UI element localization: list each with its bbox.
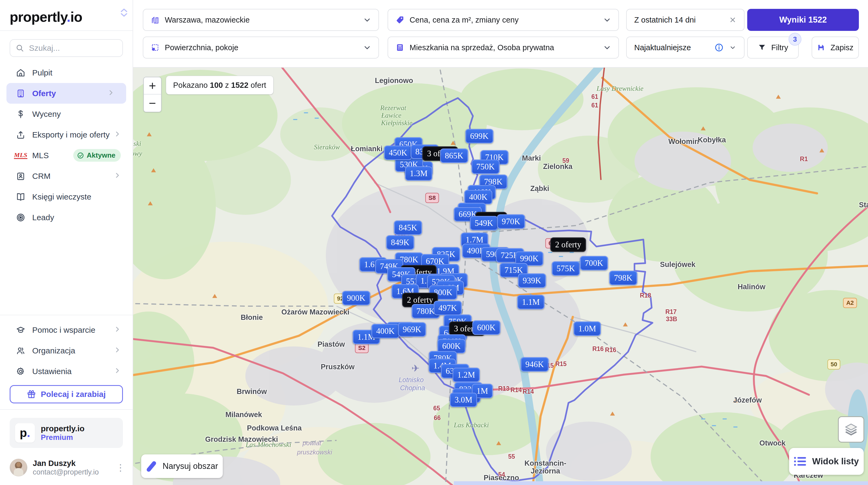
map-price-marker[interactable]: 969K [398, 322, 426, 337]
map-price-marker[interactable]: 849K [386, 235, 414, 250]
filter-chip-2-0[interactable]: Powierzchnia, pokoje [143, 36, 379, 59]
save-button[interactable]: Zapisz [812, 36, 859, 59]
sidebar-item-leady[interactable]: Leady [0, 207, 132, 228]
town-label: Wołomin [668, 138, 699, 146]
route-label: R14 [510, 387, 522, 394]
chevron-down-icon [364, 16, 371, 24]
filter-chip-2-2[interactable]: Najaktualniejsze [626, 36, 745, 59]
status-badge: Aktywne [73, 149, 121, 162]
wetland-mark [701, 418, 705, 420]
user-row[interactable]: Jan Duszyk contact@propertly.io ⋮ [10, 458, 125, 477]
sidebar-item-pomoc-i-wsparcie[interactable]: Pomoc i wsparcie [0, 320, 132, 340]
map-canvas[interactable]: LegionowoŁomiankiWołominKobyłkaMarkiZiel… [132, 67, 868, 485]
divider [0, 30, 132, 31]
filter-chip-1-0[interactable]: Warszawa, mazowieckie [143, 9, 379, 31]
map-price-marker[interactable]: 699K [465, 129, 494, 143]
home-icon [16, 68, 25, 77]
route-label: R16 [592, 345, 603, 353]
filter-chip-label: Cena, cena za m², zmiany ceny [410, 16, 598, 25]
chevron-up-icon [121, 8, 127, 12]
poi-triangle-icon [147, 132, 152, 137]
funnel-icon [758, 43, 766, 52]
sidebar-item-ksi-gi-wieczyste[interactable]: Księgi wieczyste [0, 186, 132, 207]
map-price-marker[interactable]: 400K [464, 190, 493, 204]
map-price-marker[interactable]: 575K [552, 261, 580, 276]
nature-label: dowy [132, 150, 142, 158]
chevron-right-icon [114, 172, 121, 181]
wetland-mark [548, 252, 552, 253]
map-price-marker[interactable]: 900K [342, 291, 370, 305]
sidebar-search[interactable] [10, 39, 123, 57]
map-price-marker[interactable]: 798K [609, 271, 638, 285]
map-price-marker[interactable]: 3.0M [450, 393, 477, 407]
chevron-down-icon [603, 44, 611, 51]
airport-icon: ✈ [411, 363, 420, 374]
town-label: Stara Miłosna [859, 201, 868, 209]
map-price-marker[interactable]: 1.2M [453, 368, 480, 382]
town-label: Łomianki [351, 145, 383, 153]
map-cluster-marker[interactable]: 2 oferty [550, 237, 586, 252]
filter-chip-2-1[interactable]: Mieszkania na sprzedaż, Osoba prywatna [388, 36, 619, 59]
sidebar-nav: PulpitOfertyWycenyEksporty i moje oferty… [0, 62, 132, 228]
sidebar-item-label: Pulpit [32, 68, 52, 77]
map-price-marker[interactable]: 1.1M [517, 295, 545, 309]
sidebar-item-wyceny[interactable]: Wyceny [0, 104, 132, 124]
draw-area-button[interactable]: Narysuj obszar [141, 454, 223, 478]
map-price-marker[interactable]: 939K [518, 273, 546, 288]
search-input[interactable] [28, 43, 110, 53]
map-price-marker[interactable]: 970K [497, 214, 525, 229]
map-price-marker[interactable]: 450K [384, 146, 412, 160]
map-layers-button[interactable] [838, 416, 864, 443]
user-name: Jan Duszyk [33, 459, 99, 468]
users-icon [16, 346, 25, 355]
map-price-marker[interactable]: 549K [470, 216, 498, 231]
results-button[interactable]: Wyniki 1522 [747, 9, 859, 31]
organization-card[interactable]: p. propertly.io Premium [10, 418, 123, 448]
sidebar-item-label: Wyceny [32, 110, 61, 119]
map-price-marker[interactable]: 845K [394, 220, 422, 235]
map-price-marker[interactable]: 400K [371, 324, 400, 338]
town-label: Legionowo [375, 77, 413, 85]
sidebar-item-crm[interactable]: CRM [0, 166, 132, 186]
refer-and-earn-button[interactable]: Polecaj i zarabiaj [10, 385, 123, 403]
sidebar-item-mls[interactable]: MLSMLSAktywne [0, 145, 132, 166]
map-price-marker[interactable]: 1.3M [405, 166, 432, 181]
filters-button[interactable]: Filtry 3 [747, 36, 799, 59]
sidebar-footer-nav: Pomoc i wsparcieOrganizacjaUstawienia [0, 320, 132, 382]
pencil-icon [146, 460, 157, 472]
route-label: R17 [665, 308, 677, 315]
user-menu-kebab-icon[interactable]: ⋮ [116, 465, 125, 470]
map-price-marker[interactable]: 600K [472, 321, 501, 335]
filter-chip-label: Z ostatnich 14 dni [634, 16, 723, 25]
sidebar-item-organizacja[interactable]: Organizacja [0, 340, 132, 361]
town-label: Jeziorna [531, 467, 560, 475]
filter-chip-1-2[interactable]: Z ostatnich 14 dni [626, 9, 745, 31]
map-price-marker[interactable]: 497K [434, 301, 462, 315]
list-icon [794, 456, 806, 467]
sidebar-item-pulpit[interactable]: Pulpit [0, 62, 132, 83]
building-icon [16, 89, 25, 98]
map-price-marker[interactable]: 750K [472, 159, 500, 174]
town-label: Konstancin- [524, 459, 566, 467]
sidebar-item-eksporty-i-moje-oferty[interactable]: Eksporty i moje oferty [0, 124, 132, 145]
map-price-marker[interactable]: 946K [521, 357, 549, 372]
zoom-in-button[interactable]: + [144, 77, 161, 94]
list-view-button[interactable]: Widok listy [789, 448, 864, 475]
sidebar-item-oferty[interactable]: Oferty [6, 83, 126, 104]
chevron-right-icon [114, 346, 121, 355]
sidebar-collapse-toggle[interactable] [118, 3, 130, 22]
map-price-marker[interactable]: 700K [580, 256, 608, 270]
nature-label: Sieraków [314, 143, 340, 151]
poi-triangle-icon [776, 95, 781, 99]
poi-triangle-icon [148, 202, 153, 206]
zoom-out-button[interactable]: − [144, 94, 161, 112]
poi-triangle-icon [623, 323, 628, 327]
info-icon[interactable] [714, 43, 723, 52]
sidebar-item-ustawienia[interactable]: Ustawienia [0, 361, 132, 382]
clear-filter-icon[interactable] [729, 16, 737, 24]
map-price-marker[interactable]: 865K [440, 149, 468, 163]
filter-chip-1-1[interactable]: Cena, cena za m², zmiany ceny [388, 9, 619, 31]
divider [0, 315, 132, 315]
map-price-marker[interactable]: 1.0M [574, 322, 601, 336]
nature-label: Lasy Drewnickie [597, 85, 644, 93]
